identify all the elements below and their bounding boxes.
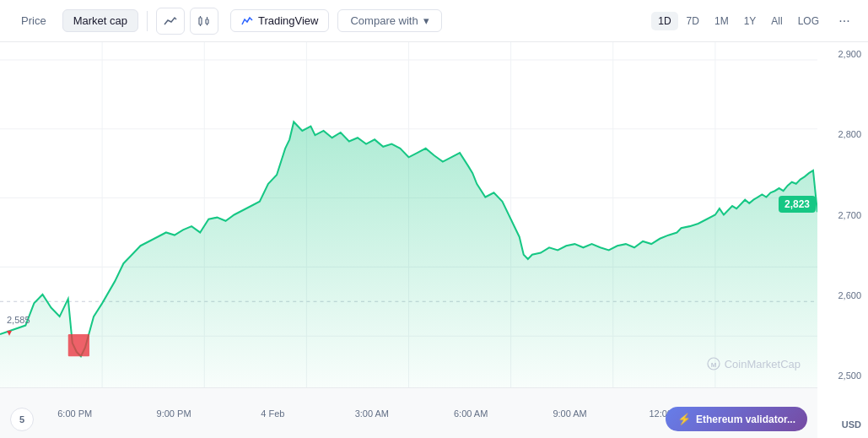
usd-label: USD bbox=[842, 419, 861, 430]
period-1m[interactable]: 1M bbox=[708, 12, 736, 30]
lightning-icon: ⚡ bbox=[677, 413, 691, 425]
line-chart-btn[interactable] bbox=[156, 8, 185, 35]
y-label-2700: 2,700 bbox=[817, 210, 861, 220]
price-chart-svg bbox=[0, 42, 817, 387]
period-1y[interactable]: 1Y bbox=[737, 12, 763, 30]
start-price-label: 2,585 bbox=[7, 315, 30, 325]
ethereum-validator-btn[interactable]: ⚡ Ethereum validator... bbox=[666, 407, 807, 431]
candle-icon bbox=[197, 15, 211, 27]
candle-chart-btn[interactable] bbox=[190, 8, 218, 35]
svg-text:M: M bbox=[710, 361, 716, 369]
tradingview-btn[interactable]: TradingView bbox=[230, 9, 330, 32]
svg-rect-19 bbox=[68, 334, 89, 356]
period-group: 1D 7D 1M 1Y All LOG bbox=[651, 12, 826, 30]
compare-label: Compare with bbox=[350, 14, 418, 27]
log-btn[interactable]: LOG bbox=[791, 12, 826, 30]
price-tab[interactable]: Price bbox=[10, 9, 57, 32]
watermark: M CoinMarketCap bbox=[707, 357, 801, 370]
tradingview-label: TradingView bbox=[258, 14, 319, 27]
current-price-label: 2,823 bbox=[779, 196, 816, 213]
toolbar-divider bbox=[147, 11, 148, 31]
watermark-text: CoinMarketCap bbox=[725, 358, 801, 370]
bottom-bar: 5 ⚡ Ethereum validator... bbox=[0, 407, 817, 431]
badge-count[interactable]: 5 bbox=[10, 408, 34, 431]
period-7d[interactable]: 7D bbox=[680, 12, 706, 30]
period-all[interactable]: All bbox=[764, 12, 789, 30]
toolbar: Price Market cap TradingView Compare wit… bbox=[0, 0, 868, 42]
tradingview-icon bbox=[241, 15, 253, 27]
chevron-down-icon: ▾ bbox=[423, 14, 429, 27]
start-price-arrow: ▾ bbox=[7, 327, 12, 338]
svg-rect-0 bbox=[199, 18, 202, 24]
chart-area: 2,900 2,800 2,700 2,600 2,500 bbox=[0, 42, 868, 438]
compare-btn[interactable]: Compare with ▾ bbox=[337, 9, 441, 32]
y-label-2800: 2,800 bbox=[817, 129, 861, 139]
validator-label: Ethereum validator... bbox=[696, 414, 795, 425]
line-icon bbox=[164, 16, 177, 26]
period-1d[interactable]: 1D bbox=[651, 12, 677, 30]
more-options-btn[interactable]: ··· bbox=[831, 9, 858, 33]
market-cap-tab[interactable]: Market cap bbox=[62, 9, 138, 32]
y-label-2900: 2,900 bbox=[817, 49, 861, 59]
y-axis: 2,900 2,800 2,700 2,600 2,500 bbox=[817, 42, 868, 387]
chart-container bbox=[0, 42, 817, 387]
cmc-watermark-icon: M bbox=[707, 357, 720, 370]
svg-rect-3 bbox=[206, 19, 208, 24]
y-label-2500: 2,500 bbox=[817, 370, 861, 381]
y-label-2600: 2,600 bbox=[817, 290, 861, 300]
